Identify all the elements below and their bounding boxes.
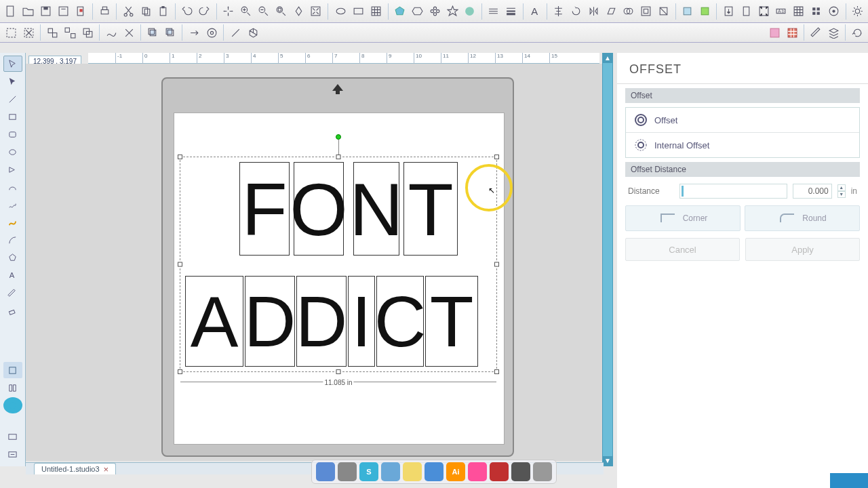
fit-page-icon[interactable] — [290, 3, 307, 20]
icon-pink[interactable] — [766, 24, 783, 41]
pen2-icon[interactable] — [808, 24, 824, 41]
paste-icon[interactable] — [155, 3, 172, 20]
zoom-sel-icon[interactable] — [273, 3, 289, 20]
send2-icon[interactable] — [186, 24, 202, 41]
back-icon[interactable] — [162, 24, 178, 41]
dock-app[interactable]: S — [359, 462, 378, 481]
line-weight-icon[interactable] — [503, 3, 519, 20]
weld-icon[interactable] — [620, 3, 637, 20]
corner-badge[interactable] — [830, 473, 868, 488]
text-tool-icon[interactable]: A — [3, 267, 22, 283]
smooth-tool-icon[interactable] — [3, 214, 22, 230]
line-tool-icon[interactable] — [3, 91, 22, 107]
close-tab-icon[interactable]: × — [104, 464, 109, 474]
distance-slider[interactable] — [679, 184, 787, 199]
refresh-icon[interactable] — [849, 24, 865, 41]
undo-icon[interactable] — [179, 3, 195, 20]
align-icon[interactable] — [551, 3, 567, 20]
send-nav-icon[interactable] — [3, 446, 22, 462]
front-icon[interactable] — [144, 24, 161, 41]
rect-tool-icon[interactable] — [3, 108, 22, 125]
dock-app[interactable] — [511, 462, 530, 481]
text-addict[interactable]: A D D I C T — [185, 276, 478, 367]
page-setup-icon[interactable] — [738, 3, 754, 20]
cut-icon[interactable] — [120, 3, 136, 20]
settings-icon[interactable] — [850, 3, 866, 20]
ungroup-icon[interactable] — [62, 24, 78, 41]
cancel-button[interactable]: Cancel — [625, 238, 740, 261]
close-doc-icon[interactable] — [73, 3, 90, 20]
spin-up-icon[interactable]: ▲ — [837, 184, 846, 191]
new-icon[interactable] — [3, 3, 19, 20]
save-icon[interactable] — [38, 3, 54, 20]
edit-points-icon[interactable] — [3, 73, 22, 89]
brush-icon[interactable] — [227, 24, 243, 41]
layer-icon[interactable] — [825, 24, 842, 41]
rotation-handle[interactable] — [336, 134, 341, 140]
dock-app[interactable] — [338, 462, 357, 481]
grid-icon[interactable] — [791, 3, 807, 20]
target-icon[interactable] — [203, 24, 220, 41]
shape-pentagon-icon[interactable] — [392, 3, 408, 20]
select-tool-icon[interactable] — [3, 56, 22, 72]
mirror-icon[interactable] — [585, 3, 601, 20]
shape-circle-filled-icon[interactable] — [462, 3, 478, 20]
rrect-tool-icon[interactable] — [3, 126, 22, 142]
option-offset[interactable]: Offset — [626, 108, 859, 132]
dock-app[interactable] — [381, 462, 400, 481]
library-icon[interactable] — [808, 3, 825, 20]
option-internal-offset[interactable]: Internal Offset — [626, 132, 859, 157]
dock-app[interactable] — [468, 462, 487, 481]
shape-hexagon-icon[interactable] — [409, 3, 425, 20]
shape-star-icon[interactable] — [444, 3, 460, 20]
dock-app[interactable] — [316, 462, 335, 481]
rotate-icon[interactable] — [568, 3, 584, 20]
spin-down-icon[interactable]: ▼ — [837, 191, 846, 198]
library-nav-icon[interactable] — [3, 380, 22, 396]
distance-input[interactable] — [793, 184, 832, 199]
cloud-nav-icon[interactable] — [3, 397, 22, 413]
dock-app[interactable] — [490, 462, 509, 481]
compound-icon[interactable] — [79, 24, 96, 41]
save-as-icon[interactable] — [56, 3, 72, 20]
corner-style-round[interactable]: Round — [745, 205, 860, 231]
canvas[interactable]: 11.085 in F O N T A D D I C T ↖ — [26, 64, 610, 461]
redo-icon[interactable] — [197, 3, 213, 20]
copy-icon[interactable] — [138, 3, 154, 20]
path-icon[interactable] — [103, 24, 119, 41]
3d-icon[interactable] — [245, 24, 261, 41]
apply-button[interactable]: Apply — [745, 238, 860, 261]
shape-oval-icon[interactable] — [333, 3, 349, 20]
document-tab[interactable]: Untitled-1.studio3 × — [34, 463, 116, 474]
text-font[interactable]: F O N T — [239, 162, 458, 256]
print-icon[interactable] — [96, 3, 113, 20]
shape-grid-icon[interactable] — [368, 3, 384, 20]
curve-tool-icon[interactable] — [3, 179, 22, 195]
dock-app[interactable] — [425, 462, 443, 481]
offset-icon[interactable] — [638, 3, 654, 20]
open-icon[interactable] — [20, 3, 37, 20]
dock-app[interactable] — [533, 462, 552, 481]
skew-icon[interactable] — [603, 3, 619, 20]
send-icon[interactable] — [720, 3, 736, 20]
break-icon[interactable] — [121, 24, 137, 41]
label-icon[interactable]: A b — [773, 3, 789, 20]
freehand-tool-icon[interactable] — [3, 197, 22, 213]
design-nav-icon[interactable] — [3, 428, 22, 445]
line-style-icon[interactable] — [486, 3, 502, 20]
deselect-icon[interactable] — [20, 24, 37, 41]
select-all-icon[interactable] — [3, 24, 19, 41]
polygon-tool-icon[interactable] — [3, 161, 22, 178]
store-nav-icon[interactable] — [3, 362, 22, 378]
text-icon[interactable]: A — [527, 3, 543, 20]
fill-icon[interactable] — [679, 3, 696, 20]
regpoly-tool-icon[interactable] — [3, 249, 22, 266]
shape-rect-icon[interactable] — [351, 3, 367, 20]
icon-redgrid[interactable] — [784, 24, 800, 41]
reg-marks-icon[interactable] — [755, 3, 772, 20]
eraser-tool-icon[interactable] — [3, 302, 22, 319]
corner-style-corner[interactable]: Corner — [625, 205, 741, 231]
pan-icon[interactable] — [220, 3, 237, 20]
scroll-up-icon[interactable]: ▲ — [603, 54, 612, 63]
fit-screen-icon[interactable] — [308, 3, 324, 20]
